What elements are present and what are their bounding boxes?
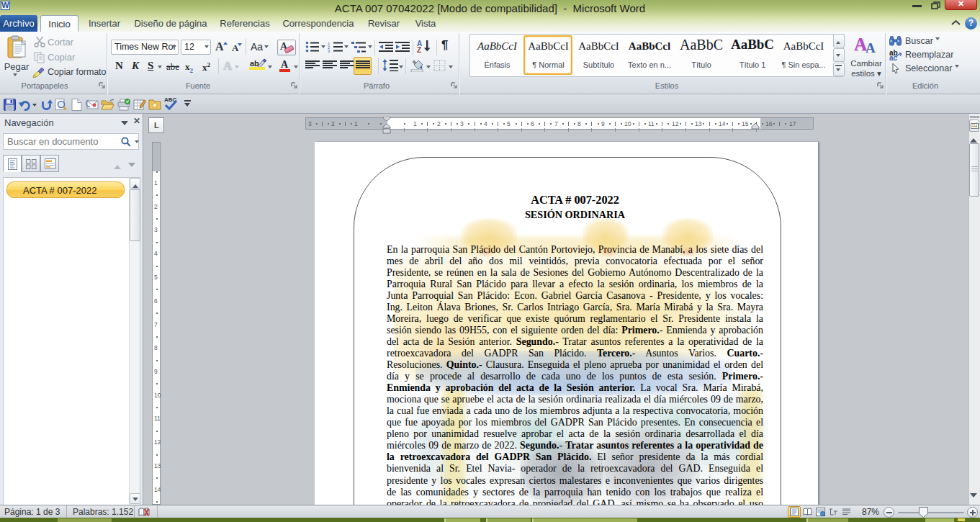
svg-text:3: 3: [328, 49, 331, 53]
